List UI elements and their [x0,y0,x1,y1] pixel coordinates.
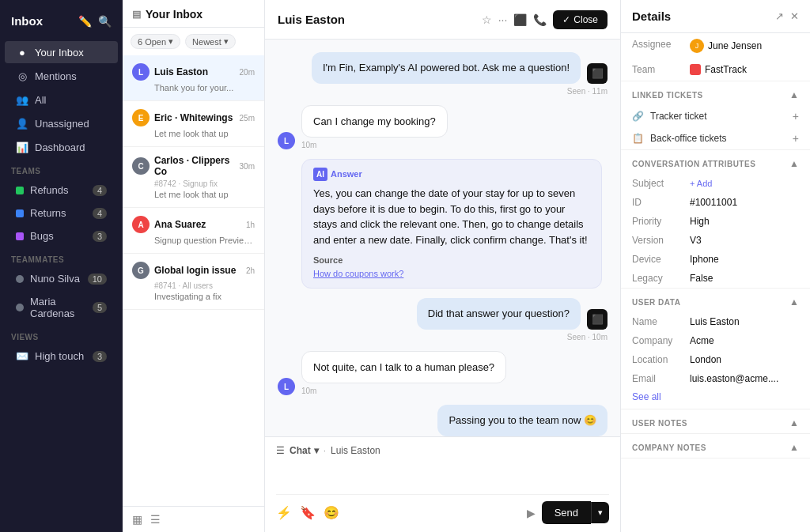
inbox-controls: 6 Open ▾ Newest ▾ [123,28,264,55]
msg-bubble-booking: Can I change my booking? [301,105,448,138]
sidebar-item-bugs[interactable]: Bugs 3 [5,225,118,247]
id-value: #10011001 [690,197,799,208]
sidebar-item-mentions[interactable]: ◎ Mentions [5,65,118,87]
user-data-toggle[interactable]: ▲ [789,296,799,308]
sidebar-item-nuno[interactable]: Nuno Silva 10 [5,268,118,289]
sidebar-item-refunds[interactable]: Refunds 4 [5,179,118,201]
assignee-section: Assignee J June Jensen Team FastTrack [621,33,810,81]
sidebar-item-maria[interactable]: Maria Cardenas 5 [5,291,118,324]
chat-actions: ☆ ··· ⬛ 📞 ✓ Close [482,10,608,29]
user-location-row: Location London [621,350,810,369]
conv-time-ana: 1h [246,221,255,229]
device-value: Iphone [690,254,799,265]
user-company-row: Company Acme [621,331,810,350]
conv-time-carlos: 30m [240,162,255,171]
user-name-row: Name Luis Easton [621,312,810,331]
conv-name-carlos: Carlos · Clippers Co [154,155,235,177]
maria-avatar [16,304,24,311]
nuno-label: Nuno Silva [30,273,80,285]
backoffice-add-button[interactable]: + [793,132,799,145]
sidebar-item-unassigned[interactable]: 👤 Unassigned [5,112,118,134]
source-link[interactable]: How do coupons work? [313,267,590,281]
see-all-link[interactable]: See all [621,388,810,409]
composer-tools: ⚡ 🔖 😊 [276,505,520,520]
more-icon[interactable]: ··· [498,13,508,26]
video-icon[interactable]: ⬛ [513,13,527,26]
compose-icon[interactable]: ✏️ [78,15,92,28]
msg-bubble-passing: Passing you to the team now 😊 [437,405,608,436]
attr-legacy: Legacy False [621,269,810,288]
msg-avatar-luis-2: L [278,378,295,395]
grid-view-icon[interactable]: ▦ [132,513,142,526]
unassigned-icon: 👤 [16,117,28,130]
team-value: FastTrack [690,64,799,75]
conv-name-ana: Ana Suarez [154,219,241,230]
conv-header: E Eric · Whitewings 25m [132,109,255,126]
conversation-attrs-toggle[interactable]: ▲ [789,158,799,169]
maria-badge: 5 [93,302,107,313]
sidebar-item-returns[interactable]: Returns 4 [5,202,118,224]
teammates-section-label: TEAMMATES [0,247,123,267]
send-dropdown-button[interactable]: ▾ [591,502,609,523]
conversation-attributes-section: CONVERSATION ATTRIBUTES ▲ Subject + Add … [621,150,810,289]
conv-name-global: Global login issue [154,265,241,276]
msg-meta-human: 10m [301,387,506,395]
external-link-icon[interactable]: ↗ [775,10,784,22]
conv-preview-eric: Let me look that up [132,129,255,138]
nuno-avatar [16,275,24,283]
tracker-add-button[interactable]: + [793,110,799,123]
sidebar-item-dashboard[interactable]: 📊 Dashboard [5,136,118,158]
sort-pill[interactable]: Newest ▾ [185,34,236,49]
inbox-bottom-bar: ▦ ☰ [123,506,264,532]
details-header: Details ↗ ✕ [621,0,810,33]
conv-sub-global: #8741 · All users [132,281,255,290]
conv-item-carlos[interactable]: C Carlos · Clippers Co 30m #8742 · Signu… [123,147,264,208]
star-icon[interactable]: ☆ [482,13,492,26]
attr-id: ID #10011001 [621,193,810,212]
conversation-label: CONVERSATION ATTRIBUTES [632,160,789,168]
list-view-icon[interactable]: ☰ [150,513,161,526]
conv-item-eric[interactable]: E Eric · Whitewings 25m Let me look that… [123,101,264,147]
open-filter-pill[interactable]: 6 Open ▾ [131,34,180,49]
company-notes-toggle[interactable]: ▲ [789,442,799,453]
sidebar-item-label: Mentions [35,70,77,82]
linked-tickets-toggle[interactable]: ▲ [789,89,799,100]
composer-channel[interactable]: Chat ▾ [290,445,319,456]
user-data-header: USER DATA ▲ [621,289,810,312]
bugs-dot [16,232,24,240]
sidebar-item-label: Dashboard [35,141,85,153]
high-touch-label: High touch [35,350,84,362]
msg-avatar-luis-1: L [278,132,295,149]
composer-textarea[interactable] [276,462,609,491]
composer-input-area [276,462,609,494]
conv-preview-luis: Thank you for your... [132,83,255,92]
close-conversation-button[interactable]: ✓ Close [553,10,608,29]
bookmark-icon[interactable]: 🔖 [300,505,316,520]
send-button[interactable]: Send [542,501,591,524]
msg-meta-did-answer: Seen · 10m [417,333,608,341]
user-notes-toggle[interactable]: ▲ [789,417,799,428]
conv-item-luis[interactable]: L Luis Easton 20m Thank you for your... [123,55,264,101]
sidebar-item-your-inbox[interactable]: ● Your Inbox [5,41,118,63]
msg-bubble-human: Not quite, can I talk to a human please? [301,351,506,384]
lightning-icon[interactable]: ⚡ [276,505,292,520]
search-icon[interactable]: 🔍 [98,15,112,28]
user-email-label: Email [632,373,683,384]
inbox-icon: ● [16,46,28,58]
emoji-icon[interactable]: 😊 [324,505,339,520]
bugs-badge: 3 [93,231,107,242]
chat-header: Luis Easton ☆ ··· ⬛ 📞 ✓ Close [265,0,620,40]
conv-item-ana[interactable]: A Ana Suarez 1h Signup question Preview.… [123,208,264,254]
chat-contact-name: Luis Easton [278,13,475,26]
forward-icon[interactable]: ▶ [527,507,536,519]
conv-item-global[interactable]: G Global login issue 2h #8741 · All user… [123,254,264,310]
subject-add[interactable]: + Add [690,179,712,188]
phone-icon[interactable]: 📞 [533,13,547,26]
sort-chevron-icon: ▾ [224,36,229,47]
ai-text: Yes, you can change the date of your sta… [313,186,590,247]
sidebar-item-all[interactable]: 👥 All [5,89,118,111]
composer-channel-label: Chat [290,445,311,456]
close-panel-icon[interactable]: ✕ [790,10,799,22]
sidebar-item-high-touch[interactable]: ✉️ High touch 3 [5,345,118,367]
conv-name-eric: Eric · Whitewings [154,112,235,123]
